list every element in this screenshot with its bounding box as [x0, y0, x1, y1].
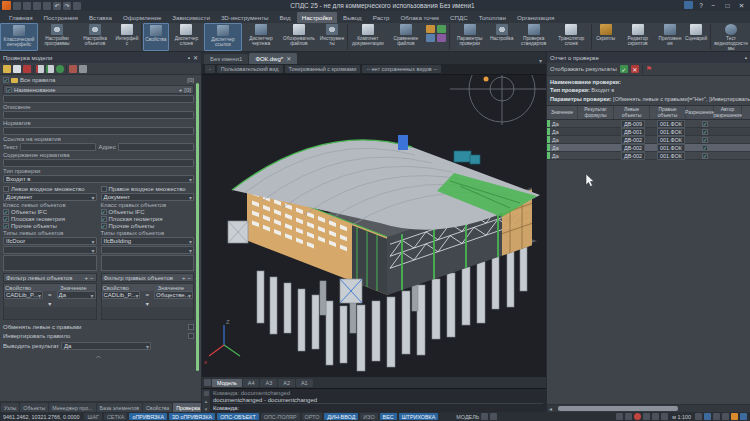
- markup-icon[interactable]: [437, 25, 446, 33]
- import-icon[interactable]: [79, 65, 87, 73]
- tab-zavisimosti[interactable]: Зависимости: [167, 12, 215, 23]
- drawing-manager-button[interactable]: Диспетчер чертежа: [242, 23, 280, 51]
- model-viewport[interactable]: Z x: [202, 75, 546, 377]
- panel-scrollbar[interactable]: [196, 83, 199, 371]
- resolution-checkbox[interactable]: ✓: [702, 137, 708, 143]
- table-row[interactable]: Да ДВ-002 001.ФОК ✓: [547, 136, 750, 144]
- left-type-select[interactable]: IfcDoor: [3, 237, 97, 245]
- right-doc-select[interactable]: Документ: [101, 193, 195, 201]
- tab-obekty[interactable]: Объекты: [20, 403, 48, 412]
- layout-a2[interactable]: А2: [278, 379, 295, 387]
- doc-tab-fok[interactable]: ФОК.dwg*✕: [249, 53, 297, 64]
- tab-vyvod[interactable]: Вывод: [338, 12, 367, 23]
- tab-manager[interactable]: Менеджер про...: [49, 403, 95, 412]
- toggle-osnap[interactable]: оПРИВЯЗКА: [129, 413, 167, 420]
- left-filter-prop[interactable]: CADLib_P...: [4, 291, 43, 299]
- tab-rastr[interactable]: Растр: [368, 12, 395, 23]
- doc-tabs-menu-icon[interactable]: ▾: [535, 57, 546, 64]
- new-rule-icon[interactable]: [3, 65, 11, 73]
- toggle-otrack-polar[interactable]: ОПС-ПОЛЯР: [261, 413, 300, 420]
- undo-icon[interactable]: ↶: [53, 2, 61, 10]
- table-row-selected[interactable]: Да ДВ-002 001.ФОК ✓: [547, 144, 750, 152]
- tab-organizatsiya[interactable]: Организация: [512, 12, 559, 23]
- left-set-checkbox[interactable]: [3, 186, 9, 192]
- workspace-icon[interactable]: [481, 413, 488, 420]
- right-type-select[interactable]: IfcBuilding: [101, 237, 195, 245]
- plot-icon[interactable]: [73, 2, 81, 10]
- resolution-checkbox[interactable]: ✓: [702, 145, 708, 151]
- left-types-list[interactable]: [3, 255, 97, 271]
- left-ifc-checkbox[interactable]: ✓: [3, 209, 9, 215]
- tab-proverka-modeli[interactable]: Проверка моде...: [173, 403, 201, 412]
- file-explorer-button[interactable]: Обозреватель файлов: [280, 23, 318, 51]
- classic-interface-button[interactable]: Классический интерфейс: [0, 23, 38, 51]
- layer-translator-button[interactable]: Транслятор слоев: [553, 23, 590, 51]
- units-icon[interactable]: [661, 413, 668, 420]
- right-filter-value[interactable]: Обществе...: [154, 291, 193, 299]
- toggle-iso[interactable]: ИЗО: [360, 413, 377, 420]
- annotation-monitor-icon[interactable]: [625, 413, 632, 420]
- object-settings-button[interactable]: Настройка объектов: [76, 23, 114, 51]
- viewport-collapse-button[interactable]: -: [205, 65, 215, 73]
- minimize-button[interactable]: −: [707, 1, 720, 10]
- flag-icon[interactable]: ⚑: [646, 65, 652, 73]
- right-flat-checkbox[interactable]: ✓: [101, 216, 107, 222]
- layout-a3[interactable]: А3: [260, 379, 277, 387]
- download-icon[interactable]: [426, 34, 435, 42]
- layers-manager-button[interactable]: Диспетчер слоев: [169, 23, 204, 51]
- norm-input[interactable]: [3, 127, 194, 135]
- toggle-lineweight[interactable]: ВЕС: [380, 413, 397, 420]
- selection-cycling-icon[interactable]: [616, 413, 623, 420]
- scroll-thumb[interactable]: [558, 406, 678, 411]
- standards-config-button[interactable]: Настройка: [489, 23, 515, 51]
- cmd-scroll-up-icon[interactable]: ▴: [205, 398, 208, 404]
- toggle-snap-step[interactable]: ШАГ: [84, 413, 101, 420]
- word-export-icon[interactable]: [426, 25, 435, 33]
- zoom-icon[interactable]: [695, 413, 702, 420]
- properties-button[interactable]: Свойства: [143, 23, 169, 51]
- check-params-button[interactable]: Параметры проверки: [451, 23, 489, 51]
- resolution-checkbox[interactable]: ✓: [702, 129, 708, 135]
- resolution-checkbox[interactable]: ✓: [702, 121, 708, 127]
- right-filter-remove-icon[interactable]: −: [187, 275, 191, 281]
- right-filter-add-icon[interactable]: +: [182, 275, 186, 281]
- address-input[interactable]: [118, 143, 194, 151]
- tab-nastroyki[interactable]: Настройки: [297, 12, 337, 23]
- open-folder-icon[interactable]: [43, 2, 51, 10]
- doc-set-button[interactable]: Комплект документации: [349, 23, 387, 51]
- left-filter-add-icon[interactable]: +: [84, 275, 88, 281]
- space-indicator[interactable]: МОДЕЛЬ: [456, 414, 479, 420]
- right-ifc-checkbox[interactable]: ✓: [101, 209, 107, 215]
- add-icon[interactable]: +: [179, 87, 183, 93]
- tab-topoplan[interactable]: Топоплан: [474, 12, 511, 23]
- pin-icon[interactable]: ▪: [188, 55, 190, 61]
- output-select[interactable]: Да: [61, 342, 151, 350]
- check-type-select[interactable]: Входит в: [3, 175, 194, 183]
- toggle-ortho[interactable]: ОРТО: [302, 413, 323, 420]
- all-rules-label[interactable]: Все правила: [20, 77, 55, 83]
- table-row[interactable]: Да ДВ-001 001.ФОК ✓: [547, 128, 750, 136]
- monitor-icon[interactable]: [740, 413, 747, 420]
- magnifier-icon[interactable]: [713, 413, 720, 420]
- right-filter-dd-icon[interactable]: ▾: [145, 300, 150, 307]
- script-editor-button[interactable]: Редактор скриптов: [619, 23, 657, 51]
- annotation-scale[interactable]: м 1:100: [672, 414, 691, 420]
- tab-postroeniya[interactable]: Построения: [39, 12, 83, 23]
- collapse-chevron-icon[interactable]: ︿: [3, 352, 194, 361]
- name-checkbox[interactable]: ✓: [6, 87, 12, 93]
- norm-content-input[interactable]: [3, 159, 194, 167]
- layout-a1[interactable]: А1: [296, 379, 313, 387]
- help-button[interactable]: ?: [696, 1, 706, 10]
- close-doc-icon[interactable]: ✕: [286, 55, 291, 62]
- redo-icon[interactable]: ↷: [63, 2, 71, 10]
- invert-checkbox[interactable]: [188, 333, 194, 339]
- toggle-hatch[interactable]: ШТРИХОВКА: [399, 413, 439, 420]
- report-pin-icon[interactable]: ▪: [745, 55, 747, 61]
- record-icon[interactable]: [634, 413, 641, 420]
- doc-tab-unnamed[interactable]: Без имени1: [204, 54, 248, 64]
- console-icon[interactable]: [437, 34, 446, 42]
- layout-model[interactable]: Модель: [212, 379, 242, 387]
- left-other-checkbox[interactable]: ✓: [3, 223, 9, 229]
- toggle-otrack-object[interactable]: ОПС-ОБЪЕКТ: [217, 413, 259, 420]
- show-passed-icon[interactable]: ✓: [620, 65, 628, 73]
